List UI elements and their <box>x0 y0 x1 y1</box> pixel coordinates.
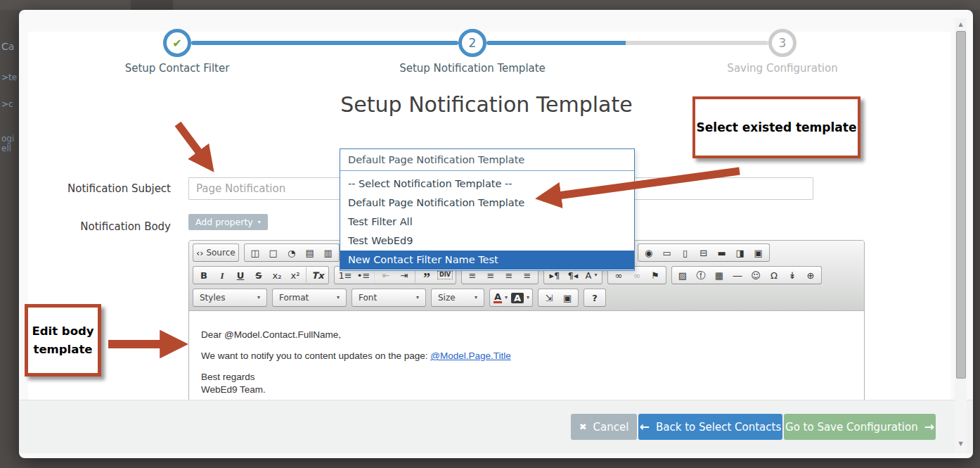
radio-button-icon: ◉ <box>645 248 652 258</box>
go-to-save-configuration-button[interactable]: Go to Save Configuration → <box>784 414 936 440</box>
dropdown-option[interactable]: New Contact Filter Name Test <box>340 251 634 270</box>
iframe-icon: ⊕ <box>807 271 815 280</box>
cancel-button[interactable]: ✖ Cancel <box>571 414 637 440</box>
wizard-step-2: 2Setup Notification Template <box>367 29 578 75</box>
editor-greeting-line: Dear @Model.Contact.FullName, <box>201 329 850 340</box>
about-button[interactable]: ? <box>586 290 604 305</box>
format-label: Format <box>279 293 309 303</box>
new-page-icon: □ <box>269 248 277 258</box>
decrease-indent-icon: ⇤ <box>382 271 390 280</box>
smiley-button[interactable]: ☺ <box>747 267 765 283</box>
bold-button[interactable]: B <box>195 267 213 283</box>
editor-body-line: We want to notify you to content updates… <box>201 350 850 361</box>
format-button[interactable]: Format▾ <box>274 289 344 307</box>
save-button-label: Go to Save Configuration <box>785 421 918 434</box>
anchor-icon: ⚑ <box>651 271 659 280</box>
background-color-button[interactable]: A▾ <box>510 290 531 305</box>
remove-format-icon: Tx <box>311 271 323 280</box>
save-icon: ◫ <box>250 248 259 258</box>
arrow-left-icon: ← <box>640 421 650 433</box>
stepper-line-pending <box>626 41 768 45</box>
toolbar-group: BIUSx₂x²Tx <box>193 266 329 284</box>
text-direction-rtl-icon: ¶◂ <box>568 271 579 280</box>
iframe-button[interactable]: ⊕ <box>801 267 820 283</box>
check-icon: ✔ <box>163 29 191 57</box>
toolbar-group: ⇲▣ <box>538 289 579 307</box>
toolbar-group: ◫□◔▤▥ <box>244 244 340 262</box>
dropdown-option[interactable]: Default Page Notification Template <box>340 194 634 213</box>
back-to-select-contacts-button[interactable]: ← Back to Select Contacts <box>638 414 782 440</box>
remove-format-button[interactable]: Tx <box>306 267 327 283</box>
scrollbar-up-arrow-icon[interactable]: ▲ <box>955 20 967 30</box>
image-button-button[interactable]: ◨ <box>731 245 749 260</box>
scrollbar-down-arrow-icon[interactable]: ▼ <box>955 439 967 449</box>
horizontal-rule-icon: ― <box>733 271 742 280</box>
caret-down-icon: ▾ <box>257 295 260 301</box>
align-right-icon: ≡ <box>505 271 513 280</box>
italic-button[interactable]: I <box>213 267 231 283</box>
show-blocks-button[interactable]: ▣ <box>558 290 576 305</box>
page-break-button[interactable]: ↡ <box>783 267 801 283</box>
dropdown-option[interactable]: Test WebEd9 <box>340 232 634 251</box>
about-icon: ? <box>592 293 598 303</box>
page-title-token-link[interactable]: @Model.Page.Title <box>430 350 511 361</box>
step-label: Setup Contact Filter <box>125 62 230 75</box>
select-field-button[interactable]: ⊟ <box>695 245 713 260</box>
toolbar-group: Size▾ <box>431 289 484 307</box>
select-existed-template-callout: Select existed template <box>692 96 860 158</box>
source-label: Source <box>206 248 235 258</box>
caret-down-icon: ▾ <box>416 295 419 301</box>
toolbar-group: Font▾ <box>352 289 426 307</box>
special-character-button[interactable]: Ω <box>765 267 783 283</box>
font-button[interactable]: Font▾ <box>354 289 424 307</box>
background-text-fragment: >c <box>1 99 13 109</box>
dropdown-option[interactable]: -- Select Notification Template -- <box>340 175 634 194</box>
strikethrough-button[interactable]: S <box>250 267 268 283</box>
save-button[interactable]: ◫ <box>246 245 264 260</box>
add-property-button[interactable]: Add property ▾ <box>188 214 268 230</box>
templates-icon: ▥ <box>323 248 332 258</box>
image-icon: ▨ <box>678 271 687 280</box>
templates-button[interactable]: ▥ <box>319 245 337 260</box>
anchor-button[interactable]: ⚑ <box>646 267 664 283</box>
text-color-button[interactable]: A▾ <box>491 290 510 305</box>
form-button-button[interactable]: ▬ <box>713 245 731 260</box>
toolbar-group: Format▾ <box>272 289 347 307</box>
source-button[interactable]: ‹›Source <box>195 245 237 260</box>
form-button-icon: ▬ <box>717 248 726 258</box>
styles-button[interactable]: Styles▾ <box>195 289 265 307</box>
superscript-button[interactable]: x² <box>286 267 304 283</box>
new-page-button[interactable]: □ <box>264 245 283 260</box>
subscript-button[interactable]: x₂ <box>268 267 286 283</box>
horizontal-rule-button[interactable]: ― <box>728 267 747 283</box>
text-direction-ltr-icon: ▸¶ <box>550 271 560 280</box>
step-number: 3 <box>768 29 797 57</box>
preview-button[interactable]: ◔ <box>283 245 301 260</box>
flash-button[interactable]: ⓕ <box>692 267 710 283</box>
table-button[interactable]: ▦ <box>710 267 728 283</box>
print-icon: ▤ <box>305 248 314 258</box>
background-text-fragment: ogi <box>1 134 14 144</box>
bold-icon: B <box>200 271 207 280</box>
textarea-button[interactable]: ▯ <box>676 245 695 260</box>
image-button[interactable]: ▨ <box>673 267 692 283</box>
editor-content-area[interactable]: Dear @Model.Contact.FullName, We want to… <box>189 311 864 395</box>
scrollbar[interactable]: ▲ ▼ <box>955 18 967 452</box>
dropdown-option[interactable]: Test Filter All <box>340 213 634 232</box>
template-dropdown-selected-value[interactable]: Default Page Notification Template <box>340 149 634 171</box>
toolbar-group: ‹›Source <box>193 244 239 262</box>
justify-icon: ≡ <box>524 271 531 280</box>
background-text-fragment: Ca <box>1 41 14 52</box>
numbered-list-icon: 1≡ <box>338 271 352 280</box>
close-icon: ✖ <box>579 422 587 431</box>
text-field-button[interactable]: ▭ <box>658 245 676 260</box>
size-button[interactable]: Size▾ <box>433 289 482 307</box>
hidden-field-button[interactable]: ▣ <box>749 245 768 260</box>
screen: Ca>te>cogiell ✔Setup Contact Filter2Setu… <box>0 0 980 468</box>
print-button[interactable]: ▤ <box>301 245 319 260</box>
maximize-button[interactable]: ⇲ <box>540 290 558 305</box>
radio-button-button[interactable]: ◉ <box>640 245 658 260</box>
scrollbar-thumb[interactable] <box>956 31 966 379</box>
underline-button[interactable]: U <box>231 267 250 283</box>
superscript-icon: x² <box>291 271 300 280</box>
